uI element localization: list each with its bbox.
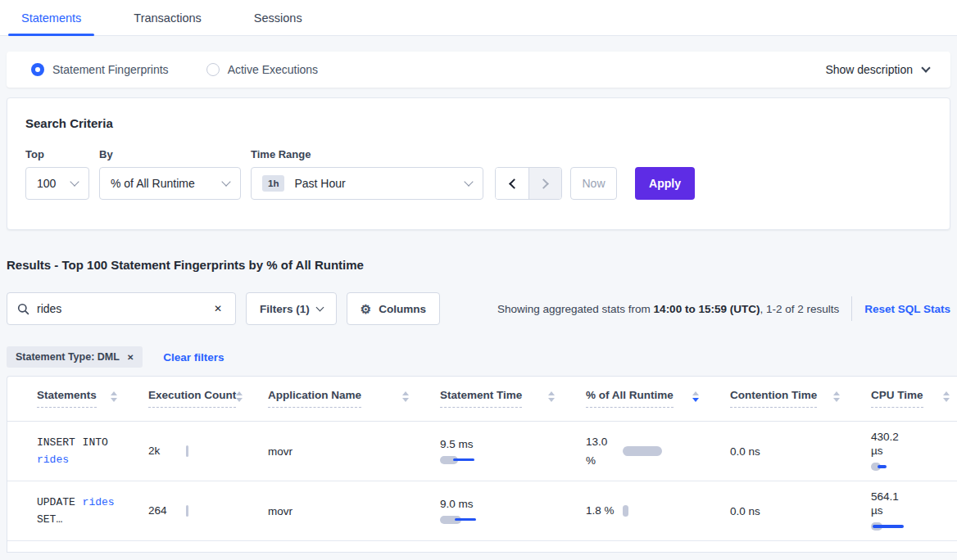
column-header-cpu-time[interactable]: CPU Time bbox=[871, 389, 923, 408]
time-range-label: Time Range bbox=[251, 148, 483, 160]
tab-transactions[interactable]: Transactions bbox=[120, 0, 214, 35]
vertical-divider bbox=[851, 296, 852, 321]
sql-activity-page: Statements Transactions Sessions Stateme… bbox=[0, 0, 957, 560]
cpu-time-cell: 430.2 µs bbox=[871, 430, 909, 472]
statement-fingerprint: INSERT INTO rides bbox=[37, 434, 137, 468]
radio-unselected-icon bbox=[206, 63, 220, 76]
search-criteria-title: Search Criteria bbox=[25, 116, 932, 130]
sort-icon[interactable] bbox=[402, 391, 409, 402]
applied-filters-row: Statement Type: DML ✕ Clear filters bbox=[7, 346, 950, 368]
filter-pill-label: Statement Type: DML bbox=[16, 351, 120, 363]
column-header-execution-count[interactable]: Execution Count bbox=[148, 389, 236, 408]
time-range-select[interactable]: 1h Past Hour bbox=[251, 167, 483, 200]
statement-time-cell: 9.5 ms bbox=[440, 437, 474, 465]
table-row: INSERT INTO rides 2k movr 9.5 ms 13.0 % bbox=[7, 421, 957, 481]
time-range-value: Past Hour bbox=[294, 177, 345, 190]
remove-filter-icon[interactable]: ✕ bbox=[127, 353, 134, 362]
stats-time-range: 14:00 to 15:59 (UTC) bbox=[654, 303, 760, 315]
top-label: Top bbox=[25, 148, 89, 160]
time-range-badge: 1h bbox=[262, 175, 284, 192]
by-select-value: % of All Runtime bbox=[111, 177, 195, 190]
application-name-cell: movr bbox=[268, 445, 293, 458]
column-header-application-name[interactable]: Application Name bbox=[268, 389, 361, 408]
previous-time-range-button[interactable] bbox=[496, 168, 528, 199]
statements-table-card: Statements Execution Count Application N… bbox=[7, 376, 957, 553]
clear-filters-link[interactable]: Clear filters bbox=[163, 351, 224, 364]
statement-search-box: ✕ bbox=[7, 292, 236, 325]
time-range-group: Time Range 1h Past Hour bbox=[251, 148, 483, 200]
chevron-right-icon bbox=[538, 178, 549, 189]
contention-time-cell: 0.0 ns bbox=[730, 445, 760, 458]
radio-label: Active Executions bbox=[228, 63, 319, 76]
table-header-row: Statements Execution Count Application N… bbox=[7, 377, 957, 421]
chevron-left-icon bbox=[509, 178, 519, 189]
view-toggle-card: Statement Fingerprints Active Executions… bbox=[7, 52, 950, 88]
sort-icon[interactable] bbox=[111, 391, 117, 402]
statement-time-cell: 9.0 ms bbox=[440, 497, 474, 525]
results-heading: Results - Top 100 Statement Fingerprints… bbox=[7, 258, 950, 272]
pct-runtime-bar bbox=[623, 505, 628, 517]
execution-count-bar bbox=[186, 505, 188, 517]
filters-button[interactable]: Filters (1) bbox=[246, 292, 337, 325]
filter-pill-statement-type: Statement Type: DML ✕ bbox=[7, 346, 143, 368]
pct-runtime-cell: 1.8 % bbox=[586, 501, 730, 520]
statements-table: Statements Execution Count Application N… bbox=[7, 377, 957, 541]
now-button[interactable]: Now bbox=[570, 167, 617, 200]
by-group: By % of All Runtime bbox=[99, 148, 241, 200]
statement-time-bar bbox=[440, 455, 474, 465]
apply-button[interactable]: Apply bbox=[635, 167, 695, 200]
search-input[interactable] bbox=[37, 302, 211, 315]
top-select-value: 100 bbox=[37, 177, 56, 190]
chevron-down-icon bbox=[315, 304, 324, 312]
sort-icon[interactable] bbox=[833, 391, 840, 402]
aggregated-stats-note: Showing aggregated stats from 14:00 to 1… bbox=[497, 303, 839, 315]
next-time-range-button[interactable] bbox=[528, 168, 561, 199]
by-select[interactable]: % of All Runtime bbox=[99, 167, 241, 200]
execution-count-bar bbox=[186, 445, 188, 457]
clear-search-icon[interactable]: ✕ bbox=[211, 301, 225, 316]
radio-selected-icon bbox=[31, 63, 44, 76]
pct-runtime-bar bbox=[623, 446, 662, 456]
contention-time-cell: 0.0 ns bbox=[730, 505, 760, 517]
sort-icon[interactable] bbox=[548, 391, 555, 402]
top-tab-bar: Statements Transactions Sessions bbox=[0, 0, 957, 36]
filters-label: Filters (1) bbox=[260, 303, 310, 315]
column-header-contention-time[interactable]: Contention Time bbox=[730, 389, 817, 408]
gear-icon: ⚙ bbox=[361, 303, 371, 315]
table-row: UPDATE rides SET… 264 movr 9.0 ms 1.8 % bbox=[7, 481, 957, 540]
sort-icon[interactable] bbox=[236, 391, 243, 402]
by-label: By bbox=[99, 148, 241, 160]
statement-link[interactable]: rides bbox=[37, 454, 69, 466]
radio-label: Statement Fingerprints bbox=[52, 63, 169, 76]
column-header-statements[interactable]: Statements bbox=[37, 389, 97, 408]
execution-count-cell: 264 bbox=[148, 504, 268, 517]
tab-statements[interactable]: Statements bbox=[8, 0, 94, 35]
columns-button[interactable]: ⚙ Columns bbox=[347, 292, 440, 325]
chevron-down-icon bbox=[464, 177, 473, 186]
column-header-statement-time[interactable]: Statement Time bbox=[440, 389, 522, 408]
cpu-time-cell: 564.1 µs bbox=[871, 490, 909, 531]
cpu-time-bar bbox=[871, 462, 909, 472]
chevron-down-icon bbox=[70, 177, 79, 186]
radio-active-executions[interactable]: Active Executions bbox=[206, 63, 319, 76]
chevron-down-icon bbox=[921, 63, 930, 72]
time-range-nav bbox=[495, 167, 562, 200]
sort-icon-active-desc[interactable] bbox=[692, 391, 699, 402]
execution-count-cell: 2k bbox=[148, 445, 268, 457]
application-name-cell: movr bbox=[268, 505, 293, 517]
show-description-toggle[interactable]: Show description bbox=[825, 63, 929, 76]
reset-sql-stats-link[interactable]: Reset SQL Stats bbox=[864, 303, 950, 315]
statement-fingerprint: UPDATE rides SET… bbox=[37, 494, 137, 528]
chevron-down-icon bbox=[221, 177, 230, 186]
show-description-label: Show description bbox=[825, 63, 913, 76]
results-controls-row: ✕ Filters (1) ⚙ Columns Showing aggregat… bbox=[7, 292, 950, 325]
tab-sessions[interactable]: Sessions bbox=[241, 0, 315, 35]
search-icon bbox=[17, 303, 29, 315]
search-criteria-card: Search Criteria Top 100 By % of All Runt… bbox=[7, 97, 950, 230]
statement-link[interactable]: rides bbox=[83, 496, 115, 508]
radio-statement-fingerprints[interactable]: Statement Fingerprints bbox=[31, 63, 169, 76]
column-header-pct-runtime[interactable]: % of All Runtime bbox=[586, 389, 674, 408]
sort-icon[interactable] bbox=[943, 391, 950, 402]
top-select[interactable]: 100 bbox=[25, 167, 89, 200]
cpu-time-bar bbox=[871, 522, 909, 531]
